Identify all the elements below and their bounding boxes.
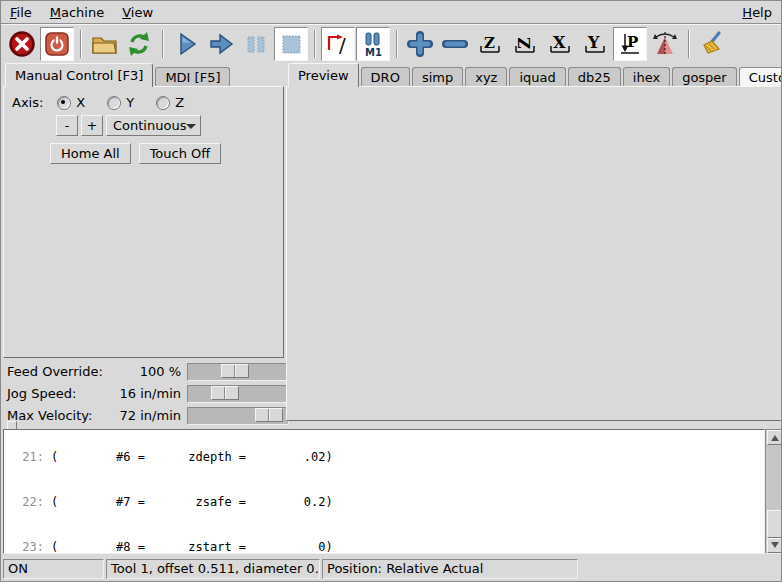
view-y-icon: Y bbox=[582, 31, 608, 57]
home-all-button[interactable]: Home All bbox=[50, 143, 131, 164]
left-notebook-tabs: Manual Control [F3] MDI [F5] bbox=[5, 63, 232, 87]
jog-plus-button[interactable]: + bbox=[81, 115, 103, 136]
feed-override-thumb[interactable] bbox=[221, 364, 249, 378]
menu-file[interactable]: File bbox=[1, 3, 41, 22]
menubar: File Machine View Help bbox=[1, 1, 781, 24]
scrollbar-thumb[interactable] bbox=[767, 510, 782, 538]
view-perspective-button[interactable]: P bbox=[613, 27, 647, 61]
axis-z-radio[interactable] bbox=[156, 96, 170, 110]
rotate-view-button[interactable] bbox=[648, 27, 682, 61]
touch-off-button[interactable]: Touch Off bbox=[139, 143, 222, 164]
menu-machine[interactable]: Machine bbox=[41, 3, 113, 22]
machine-power-button[interactable] bbox=[40, 27, 74, 61]
max-velocity-row: Max Velocity: 72 in/min bbox=[7, 406, 283, 426]
gcode-lines: 21:( #6 = zdepth = .02) 22:( #7 = zsafe … bbox=[4, 429, 764, 554]
max-velocity-thumb[interactable] bbox=[255, 408, 283, 422]
tab-custom[interactable]: Custom bbox=[739, 67, 782, 87]
feed-override-slider[interactable] bbox=[187, 363, 289, 381]
max-velocity-value: 72 in/min bbox=[85, 408, 181, 423]
jog-minus-button[interactable]: - bbox=[56, 115, 78, 136]
tab-db25[interactable]: db25 bbox=[568, 67, 621, 87]
step-icon bbox=[207, 30, 235, 58]
machine-state-cell: ON bbox=[3, 559, 104, 579]
axis-y-radio[interactable] bbox=[107, 96, 121, 110]
scroll-up-button[interactable] bbox=[767, 430, 782, 445]
axis-label: Axis: bbox=[12, 95, 43, 110]
estop-icon bbox=[8, 30, 36, 58]
folder-icon bbox=[90, 30, 118, 58]
svg-text:Z: Z bbox=[515, 37, 534, 49]
zoom-in-button[interactable] bbox=[403, 27, 437, 61]
power-icon bbox=[44, 31, 70, 57]
clear-plot-button[interactable] bbox=[695, 27, 729, 61]
tab-manual-control[interactable]: Manual Control [F3] bbox=[5, 63, 153, 87]
max-velocity-label: Max Velocity: bbox=[7, 408, 92, 423]
jog-speed-value: 16 in/min bbox=[85, 386, 181, 401]
view-z-icon: Z bbox=[477, 31, 503, 57]
toolbar: / M1 Z bbox=[1, 25, 781, 62]
zoom-in-icon bbox=[406, 30, 434, 58]
tab-simp[interactable]: simp bbox=[412, 67, 463, 87]
tab-preview[interactable]: Preview bbox=[288, 63, 359, 87]
step-button[interactable] bbox=[204, 27, 238, 61]
block-delete-icon: / bbox=[324, 30, 352, 58]
axis-x-radio[interactable] bbox=[57, 96, 71, 110]
view-y-button[interactable]: Y bbox=[578, 27, 612, 61]
feed-override-row: Feed Override: 100 % bbox=[7, 362, 283, 382]
max-velocity-slider[interactable] bbox=[187, 407, 289, 425]
view-z-button[interactable]: Z bbox=[473, 27, 507, 61]
arrow-up-icon bbox=[771, 431, 779, 441]
toolbar-separator bbox=[162, 30, 164, 58]
menu-help[interactable]: Help bbox=[733, 3, 781, 22]
svg-text:X: X bbox=[553, 33, 566, 52]
view-z2-rotated-icon: Z bbox=[512, 31, 538, 57]
toolbar-separator bbox=[314, 30, 316, 58]
right-notebook-tabs: Preview DRO simp xyz iquad db25 ihex gos… bbox=[288, 63, 782, 87]
stop-button[interactable] bbox=[274, 27, 308, 61]
tab-gosper[interactable]: gosper bbox=[672, 67, 737, 87]
tab-dro[interactable]: DRO bbox=[361, 67, 410, 87]
arrow-down-icon bbox=[771, 542, 779, 552]
toolbar-separator bbox=[396, 30, 398, 58]
homing-buttons: Home All Touch Off bbox=[50, 143, 229, 164]
gcode-line: 23:( #8 = zstart = 0) bbox=[8, 540, 764, 554]
block-delete-button[interactable]: / bbox=[321, 27, 355, 61]
tool-info-cell: Tool 1, offset 0.511, diameter 0.125 bbox=[106, 559, 320, 579]
svg-text:Z: Z bbox=[484, 34, 495, 52]
scroll-down-button[interactable] bbox=[767, 538, 782, 553]
axis-window: File Machine View Help bbox=[0, 0, 782, 582]
stop-icon bbox=[277, 30, 305, 58]
reload-icon bbox=[125, 30, 153, 58]
view-x-icon: X bbox=[547, 31, 573, 57]
jog-speed-row: Jog Speed: 16 in/min bbox=[7, 384, 283, 404]
optional-stop-button[interactable]: M1 bbox=[356, 27, 390, 61]
run-button[interactable] bbox=[169, 27, 203, 61]
tab-ihex[interactable]: ihex bbox=[623, 67, 670, 87]
clear-plot-broom-icon bbox=[698, 30, 726, 58]
jog-speed-slider[interactable] bbox=[187, 385, 289, 403]
svg-text:/: / bbox=[339, 33, 346, 57]
tab-xyz[interactable]: xyz bbox=[465, 67, 507, 87]
gcode-scrollbar[interactable] bbox=[765, 429, 782, 554]
view-z2-button[interactable]: Z bbox=[508, 27, 542, 61]
gcode-listing[interactable]: 21:( #6 = zdepth = .02) 22:( #7 = zsafe … bbox=[3, 429, 765, 554]
tab-iquad[interactable]: iquad bbox=[509, 67, 565, 87]
view-x-button[interactable]: X bbox=[543, 27, 577, 61]
jog-speed-thumb[interactable] bbox=[211, 386, 239, 400]
view-perspective-icon: P bbox=[617, 31, 643, 57]
run-icon bbox=[172, 30, 200, 58]
preview-page bbox=[286, 86, 782, 421]
position-mode-cell: Position: Relative Actual bbox=[322, 559, 578, 579]
open-file-button[interactable] bbox=[87, 27, 121, 61]
toolbar-separator bbox=[80, 30, 82, 58]
estop-button[interactable] bbox=[5, 27, 39, 61]
tab-mdi[interactable]: MDI [F5] bbox=[155, 67, 230, 87]
pause-button[interactable] bbox=[239, 27, 273, 61]
optional-stop-m1-icon: M1 bbox=[359, 30, 387, 58]
zoom-out-button[interactable] bbox=[438, 27, 472, 61]
jog-increment-dropdown[interactable]: Continuous bbox=[106, 115, 201, 136]
menu-view[interactable]: View bbox=[113, 3, 162, 22]
jog-controls: - + Continuous bbox=[56, 115, 201, 136]
manual-control-page: Axis: X Y Z - + Continuous Home All Touc… bbox=[3, 86, 284, 358]
reload-button[interactable] bbox=[122, 27, 156, 61]
